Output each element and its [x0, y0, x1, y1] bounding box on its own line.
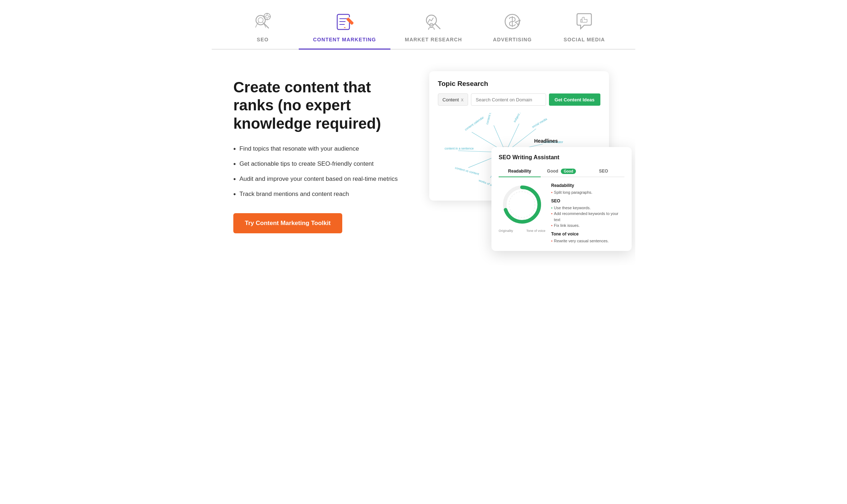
- headlines-title: Headlines: [534, 138, 592, 144]
- content-marketing-icon: [334, 11, 355, 32]
- gauge-labels: Originality Tone of voice: [499, 229, 545, 233]
- svg-marker-15: [344, 27, 346, 28]
- seo-tone-bullet-1: • Rewrite very casual sentences.: [551, 238, 624, 244]
- tab-content-marketing[interactable]: CONTENT MARKETING: [299, 7, 390, 49]
- chip-remove[interactable]: x: [461, 97, 463, 102]
- seo-tab-seo[interactable]: SEO: [582, 166, 624, 177]
- svg-text:subject matter: subject matter: [513, 113, 525, 123]
- hero-right: Topic Research Content x Get Content Ide…: [429, 71, 621, 244]
- svg-point-43: [509, 192, 535, 217]
- seo-seo-bullet-2: • Add recommended keywords to your text: [551, 211, 624, 223]
- tab-seo[interactable]: SEO: [227, 7, 299, 49]
- gauge-container: Originality Tone of voice: [499, 183, 545, 244]
- svg-rect-8: [269, 16, 271, 17]
- cta-button[interactable]: Try Content Marketing Toolkit: [233, 213, 342, 233]
- topic-card-title: Topic Research: [438, 80, 600, 88]
- hero-left: Create content that ranks (no expert kno…: [233, 71, 408, 233]
- tab-content-marketing-label: CONTENT MARKETING: [313, 37, 376, 42]
- svg-rect-7: [264, 16, 265, 17]
- svg-line-1: [264, 23, 269, 28]
- main-content: Create content that ranks (no expert kno…: [212, 50, 635, 265]
- seo-writing-assistant-card: SEO Writing Assistant Readability Good G…: [491, 147, 632, 251]
- svg-rect-20: [581, 19, 582, 22]
- market-research-icon: [423, 11, 444, 32]
- svg-rect-5: [266, 13, 267, 14]
- svg-point-4: [266, 15, 269, 18]
- navigation-tabs: SEO CONTENT MARKETING: [212, 0, 635, 50]
- bullet-4: Track brand mentions and content reach: [233, 189, 408, 199]
- bullet-1: Find topics that resonate with your audi…: [233, 144, 408, 154]
- tab-advertising[interactable]: ADVERTISING: [476, 7, 548, 49]
- tab-market-research[interactable]: MARKET RESEARCH: [390, 7, 476, 49]
- topic-chip[interactable]: Content x: [438, 93, 468, 106]
- seo-readability-bullet-1: • Split long paragraphs.: [551, 189, 624, 196]
- social-media-icon: [573, 11, 595, 32]
- seo-tab-readability[interactable]: Readability: [499, 166, 541, 177]
- seo-seo-bullet-1: • Use these keywords.: [551, 205, 624, 211]
- seo-section-seo: SEO: [551, 198, 624, 203]
- hero-headline: Create content that ranks (no expert kno…: [233, 78, 408, 133]
- advertising-icon: [502, 11, 523, 32]
- bullet-2: Get actionable tips to create SEO-friend…: [233, 159, 408, 169]
- svg-text:content vs content: content vs content: [454, 166, 480, 176]
- tab-seo-label: SEO: [257, 37, 269, 42]
- svg-text:content in a sentence: content in a sentence: [445, 147, 474, 150]
- tab-social-media-label: SOCIAL MEDIA: [564, 37, 605, 42]
- svg-rect-6: [266, 19, 267, 20]
- domain-search-input[interactable]: [471, 93, 546, 106]
- seo-section-tone: Tone of voice: [551, 232, 624, 237]
- seo-section-readability: Readability: [551, 183, 624, 188]
- seo-right-panel: Readability • Split long paragraphs. SEO…: [551, 183, 624, 244]
- svg-line-17: [435, 24, 440, 29]
- seo-tabs: Readability Good Good SEO: [499, 166, 624, 177]
- hero-bullets: Find topics that resonate with your audi…: [233, 144, 408, 199]
- bullet-3: Audit and improve your content based on …: [233, 174, 408, 184]
- tab-social-media[interactable]: SOCIAL MEDIA: [548, 7, 620, 49]
- svg-point-2: [258, 18, 263, 23]
- get-ideas-button[interactable]: Get Content Ideas: [549, 93, 600, 106]
- svg-text:content marketing: content marketing: [485, 113, 495, 125]
- seo-icon: [252, 11, 274, 32]
- topic-search-row: Content x Get Content Ideas: [438, 93, 600, 106]
- seo-card-title: SEO Writing Assistant: [499, 154, 624, 161]
- svg-text:content calendar: content calendar: [464, 115, 484, 131]
- tab-advertising-label: ADVERTISING: [493, 37, 532, 42]
- seo-seo-bullet-3: • Fix link issues.: [551, 223, 624, 229]
- tab-market-research-label: MARKET RESEARCH: [405, 37, 462, 42]
- seo-tab-good[interactable]: Good Good: [541, 166, 583, 177]
- svg-text:social media: social media: [531, 117, 548, 129]
- seo-body: Originality Tone of voice Readability • …: [499, 183, 624, 244]
- chip-label: Content: [443, 97, 459, 102]
